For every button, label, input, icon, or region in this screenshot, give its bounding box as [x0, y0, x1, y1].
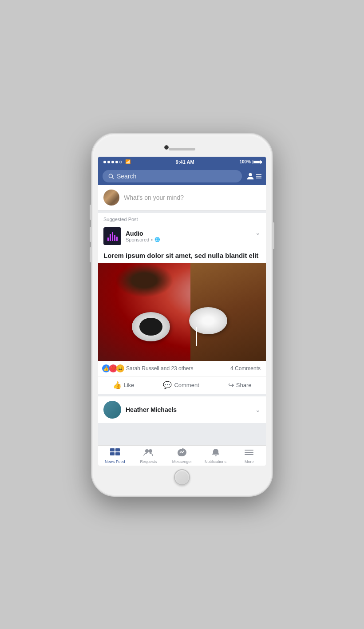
sponsored-text: Sponsored	[126, 237, 149, 242]
tab-more[interactable]: More	[232, 448, 266, 464]
phone-screen: 📶 9:41 AM 100% Search	[98, 157, 266, 466]
reaction-icons: 👍 ❤️ 😆	[103, 364, 124, 372]
signal-dot-2	[107, 161, 110, 163]
news-feed-icon	[110, 448, 120, 459]
post-prompt[interactable]: What's on your mind?	[124, 194, 184, 201]
svg-rect-6	[110, 448, 115, 451]
share-label: Share	[236, 382, 252, 388]
audio-bar-2	[110, 234, 111, 241]
search-placeholder: Search	[117, 173, 136, 180]
signal-dot-5	[119, 161, 122, 163]
post-meta: Sponsored • 🌐	[126, 237, 261, 242]
news-feed-label: News Feed	[105, 459, 125, 464]
globe-icon: 🌐	[154, 237, 160, 242]
user-avatar	[103, 190, 119, 206]
headphone-bg	[98, 263, 266, 361]
reaction-summary[interactable]: 👍 ❤️ 😆 Sarah Russell and 23 others	[103, 364, 193, 372]
audio-bar-5	[116, 237, 118, 241]
chevron-down-icon[interactable]: ⌄	[255, 229, 261, 236]
volume-up	[90, 227, 91, 242]
tab-notifications[interactable]: Notifications	[199, 448, 233, 464]
next-post-preview[interactable]: Heather Michaels ⌄	[98, 396, 266, 423]
svg-rect-9	[115, 452, 120, 455]
audio-bar-3	[112, 232, 113, 241]
page-name[interactable]: Audio	[126, 230, 261, 237]
person-hair	[115, 263, 174, 297]
phone-frame: 📶 9:41 AM 100% Search	[91, 133, 273, 497]
svg-point-2	[249, 173, 252, 176]
requests-icon	[143, 448, 153, 459]
next-post-chevron-icon[interactable]: ⌄	[255, 406, 261, 413]
messenger-icon	[177, 448, 187, 459]
battery-icon	[253, 160, 261, 164]
more-icon	[244, 448, 254, 459]
speaker-slot	[169, 148, 195, 150]
share-button[interactable]: ↪ Share	[224, 378, 256, 392]
page-icon	[103, 227, 121, 245]
suggested-label: Suggested Post	[98, 213, 266, 224]
tab-messenger[interactable]: Messenger	[165, 448, 199, 464]
content-area: What's on your mind? Suggested Post	[98, 185, 266, 445]
next-post-avatar	[103, 401, 121, 419]
share-icon: ↪	[228, 381, 234, 389]
post-header: Audio Sponsored • 🌐 ⌄	[98, 224, 266, 249]
volume-down	[90, 247, 91, 262]
tab-news-feed[interactable]: News Feed	[98, 448, 132, 464]
wifi-icon: 📶	[125, 159, 131, 164]
action-buttons: 👍 Like 💬 Comment ↪ Share	[98, 376, 266, 396]
status-bar: 📶 9:41 AM 100%	[98, 157, 266, 167]
notifications-icon	[211, 448, 220, 459]
requests-label: Requests	[140, 459, 157, 464]
svg-point-10	[145, 449, 149, 453]
profile-icon	[245, 171, 255, 181]
front-camera-lens	[164, 145, 169, 150]
dot-separator: •	[151, 237, 153, 242]
status-left: 📶	[103, 159, 131, 164]
comment-label: Comment	[174, 382, 199, 388]
signal-dot-3	[111, 161, 114, 163]
svg-rect-8	[110, 452, 115, 455]
front-camera-area	[98, 142, 266, 155]
volume-buttons	[90, 227, 91, 262]
like-button[interactable]: 👍 Like	[108, 378, 139, 392]
home-button[interactable]	[174, 469, 190, 485]
tab-requests[interactable]: Requests	[132, 448, 166, 464]
comments-count[interactable]: 4 Comments	[230, 365, 261, 372]
svg-point-11	[149, 449, 152, 453]
signal-dot-4	[115, 161, 118, 163]
messenger-label: Messenger	[172, 459, 192, 464]
comment-button[interactable]: 💬 Comment	[158, 378, 203, 392]
post-page-info: Audio Sponsored • 🌐	[126, 230, 261, 242]
headphone-wire	[196, 327, 197, 346]
menu-lines-icon	[256, 173, 261, 179]
avatar-image	[103, 190, 119, 206]
headphone-right-cup	[189, 307, 227, 334]
battery-text: 100%	[239, 159, 251, 164]
suggested-post-card: Suggested Post Audio	[98, 213, 266, 397]
search-bar[interactable]: Search	[103, 170, 242, 182]
comment-icon: 💬	[163, 381, 172, 389]
audio-bars	[107, 231, 118, 241]
headphones-visual	[132, 297, 233, 346]
post-body-text: Lorem ipsum dolor sit amet, sed nulla bl…	[98, 249, 266, 264]
audio-bar-1	[107, 237, 109, 241]
audio-bar-4	[114, 235, 115, 241]
like-icon: 👍	[113, 381, 122, 389]
post-input-area[interactable]: What's on your mind?	[98, 185, 266, 210]
like-label: Like	[124, 382, 135, 388]
more-label: More	[245, 459, 254, 464]
headphone-left-inner	[139, 318, 162, 336]
signal-dot-1	[103, 161, 106, 163]
search-icon	[108, 173, 114, 179]
headphone-left-cup	[132, 312, 170, 341]
home-button-area	[174, 468, 190, 486]
haha-reaction: 😆	[116, 364, 124, 372]
svg-line-1	[112, 177, 114, 178]
battery-fill	[253, 161, 260, 163]
notifications-label: Notifications	[205, 459, 226, 464]
profile-icon-button[interactable]	[245, 171, 261, 181]
svg-rect-7	[115, 448, 120, 451]
reactions-row: 👍 ❤️ 😆 Sarah Russell and 23 others 4 Com…	[98, 361, 266, 376]
status-right: 100%	[239, 159, 261, 164]
svg-point-0	[109, 174, 112, 178]
